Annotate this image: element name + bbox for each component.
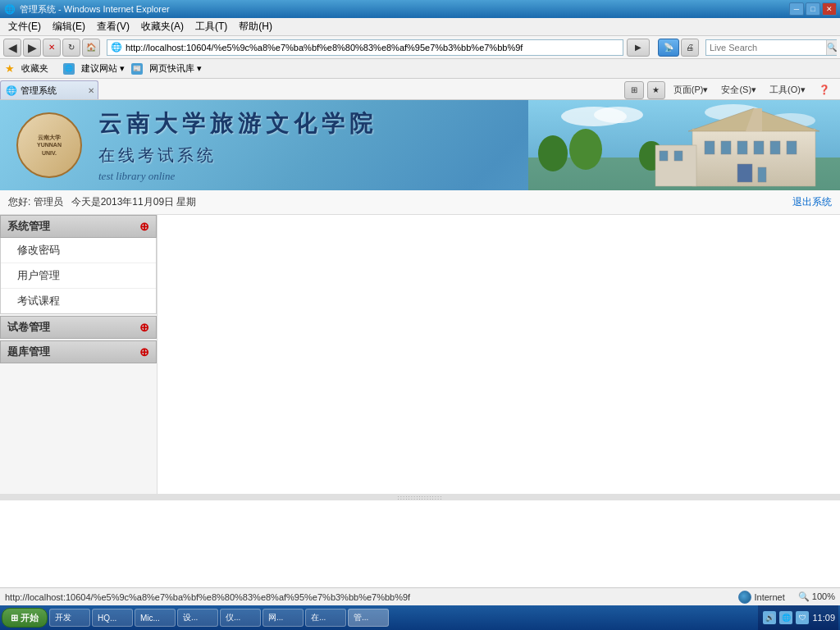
sidebar-section-exam: 试卷管理 ⊕: [0, 316, 157, 339]
favorites-star-icon: ★: [5, 62, 15, 75]
taskbar-btn-0[interactable]: 开发: [49, 609, 90, 627]
printer-button[interactable]: 🖨: [681, 39, 699, 57]
zoom-level: 🔍 100%: [798, 591, 835, 602]
menu-tools[interactable]: 工具(T): [190, 18, 232, 35]
svg-point-7: [569, 129, 602, 170]
go-button[interactable]: ▶: [627, 39, 650, 57]
sidebar-item-user-mgmt[interactable]: 用户管理: [1, 263, 156, 289]
sidebar-section-exam-label: 试卷管理: [7, 320, 50, 335]
sidebar-section-questionbank-label: 题库管理: [7, 345, 50, 359]
sidebar-item-exam-course[interactable]: 考试课程: [1, 289, 156, 313]
taskbar-btn-2[interactable]: Mic...: [135, 609, 176, 627]
menu-help[interactable]: 帮助(H): [234, 18, 277, 35]
address-icon: 🌐: [111, 42, 122, 52]
svg-rect-9: [692, 129, 815, 186]
sidebar-item-change-password[interactable]: 修改密码: [1, 238, 156, 263]
forward-button[interactable]: ▶: [23, 39, 41, 57]
svg-point-2: [594, 107, 643, 123]
tray-icon-1[interactable]: 🔊: [763, 611, 776, 624]
banner-text: 云南大学旅游文化学院 在线考试系统 test library online: [98, 108, 377, 183]
sidebar-section-system-label: 系统管理: [7, 219, 50, 234]
active-tab[interactable]: 🌐 管理系统 ✕: [0, 80, 98, 99]
user-bar-right: 退出系统: [792, 195, 832, 209]
banner-subtitle: 在线考试系统: [98, 144, 377, 167]
svg-rect-12: [705, 141, 714, 154]
tray-icon-3[interactable]: 🛡: [796, 611, 809, 624]
sidebar-items-system: 修改密码 用户管理 考试课程: [0, 238, 157, 314]
close-button[interactable]: ✕: [822, 2, 837, 16]
nav-bar: ◀ ▶ ✕ ↻ 🏠 🌐 ▶ 📡 🖨 🔍: [0, 36, 840, 59]
refresh-button[interactable]: ↻: [62, 39, 80, 57]
svg-rect-21: [660, 151, 668, 161]
toolbar-icons: ⊞ ★ 页面(P)▾ 安全(S)▾ 工具(O)▾ ❓: [624, 80, 840, 99]
tab-close-icon[interactable]: ✕: [88, 86, 94, 95]
taskbar-btn-3[interactable]: 设...: [177, 609, 218, 627]
sidebar-section-questionbank-icon: ⊕: [139, 345, 149, 358]
compat-button[interactable]: ⊞: [624, 81, 644, 99]
taskbar-btn-5[interactable]: 网...: [262, 609, 304, 627]
taskbar-btn-4[interactable]: 仪...: [220, 609, 261, 627]
search-button[interactable]: 🔍: [826, 40, 837, 55]
sidebar-header-system[interactable]: 系统管理 ⊕: [0, 215, 157, 238]
bookmark-button[interactable]: ★: [647, 81, 665, 99]
main-area: 系统管理 ⊕ 修改密码 用户管理 考试课程 试卷管理 ⊕ 题库管理 ⊕: [0, 215, 840, 494]
menu-file[interactable]: 文件(E): [3, 18, 46, 35]
svg-rect-14: [737, 141, 747, 154]
safety-menu-button[interactable]: 安全(S)▾: [716, 82, 761, 98]
page-menu-button[interactable]: 页面(P)▾: [669, 82, 714, 98]
stop-button[interactable]: ✕: [43, 39, 61, 57]
tray-time: 11:09: [812, 613, 835, 623]
home-button[interactable]: 🏠: [82, 39, 100, 57]
favorites-icon-1: 🌐: [63, 63, 75, 75]
tab-title: 管理系统: [21, 84, 57, 97]
favorites-item-1[interactable]: 建议网站 ▾: [78, 61, 128, 76]
sky-background: [528, 100, 840, 190]
sidebar-header-exam[interactable]: 试卷管理 ⊕: [0, 316, 157, 339]
address-input[interactable]: [126, 43, 619, 52]
rss-button[interactable]: 📡: [658, 39, 679, 57]
taskbar-btn-6[interactable]: 在...: [305, 609, 346, 627]
svg-point-6: [538, 135, 568, 171]
taskbar-btn-7[interactable]: 管...: [348, 609, 389, 627]
user-date: 今天是2013年11月09日 星期: [71, 195, 197, 209]
svg-rect-16: [770, 141, 780, 154]
maximize-button[interactable]: □: [806, 2, 820, 16]
taskbar-btn-1[interactable]: HQ...: [92, 609, 133, 627]
menu-edit[interactable]: 编辑(E): [48, 18, 90, 35]
status-bar: http://localhost:10604/%e5%9c%a8%e7%ba%b…: [0, 587, 840, 605]
start-button[interactable]: ⊞ 开始: [2, 608, 48, 628]
sidebar-header-questionbank[interactable]: 题库管理 ⊕: [0, 340, 157, 363]
menu-view[interactable]: 查看(V): [92, 18, 135, 35]
sidebar-section-system: 系统管理 ⊕ 修改密码 用户管理 考试课程: [0, 215, 157, 314]
menu-bar: 文件(E) 编辑(E) 查看(V) 收藏夹(A) 工具(T) 帮助(H): [0, 18, 840, 36]
tools-menu-button[interactable]: 工具(O)▾: [765, 82, 810, 98]
menu-favorites[interactable]: 收藏夹(A): [136, 18, 189, 35]
svg-rect-19: [758, 167, 766, 182]
taskbar-tray: 🔊 🌐 🛡 11:09: [758, 605, 838, 630]
help-button[interactable]: ❓: [814, 83, 835, 97]
status-zone-label: Internet: [754, 592, 784, 602]
back-button[interactable]: ◀: [3, 39, 21, 57]
ie-icon: 🌐: [3, 2, 16, 16]
minimize-button[interactable]: ─: [789, 2, 804, 16]
address-bar: 🌐: [107, 39, 623, 56]
tab-bar: 🌐 管理系统 ✕ ⊞ ★ 页面(P)▾ 安全(S)▾ 工具(O)▾ ❓: [0, 79, 840, 100]
svg-rect-22: [674, 151, 682, 161]
banner-title: 云南大学旅游文化学院: [98, 108, 377, 139]
resize-handle[interactable]: :::::::::::::::::: [0, 494, 840, 500]
tray-icon-2[interactable]: 🌐: [779, 611, 792, 624]
svg-rect-13: [721, 141, 731, 154]
banner-subtitle-en: test library online: [98, 170, 377, 183]
status-bar-right: Internet 🔍 100%: [738, 591, 835, 604]
tab-icon: 🌐: [6, 85, 17, 96]
status-url: http://localhost:10604/%e5%9c%a8%e7%ba%b…: [5, 592, 410, 602]
logout-link[interactable]: 退出系统: [792, 196, 832, 208]
sidebar-section-exam-icon: ⊕: [139, 321, 149, 334]
start-label: 开始: [21, 612, 39, 624]
favorites-label[interactable]: 收藏夹: [18, 61, 52, 76]
search-input[interactable]: [706, 43, 826, 52]
sidebar: 系统管理 ⊕ 修改密码 用户管理 考试课程 试卷管理 ⊕ 题库管理 ⊕: [0, 215, 158, 494]
content-area: [158, 215, 840, 494]
favorites-item-2[interactable]: 网页快讯库 ▾: [146, 61, 205, 76]
svg-rect-15: [754, 141, 764, 154]
